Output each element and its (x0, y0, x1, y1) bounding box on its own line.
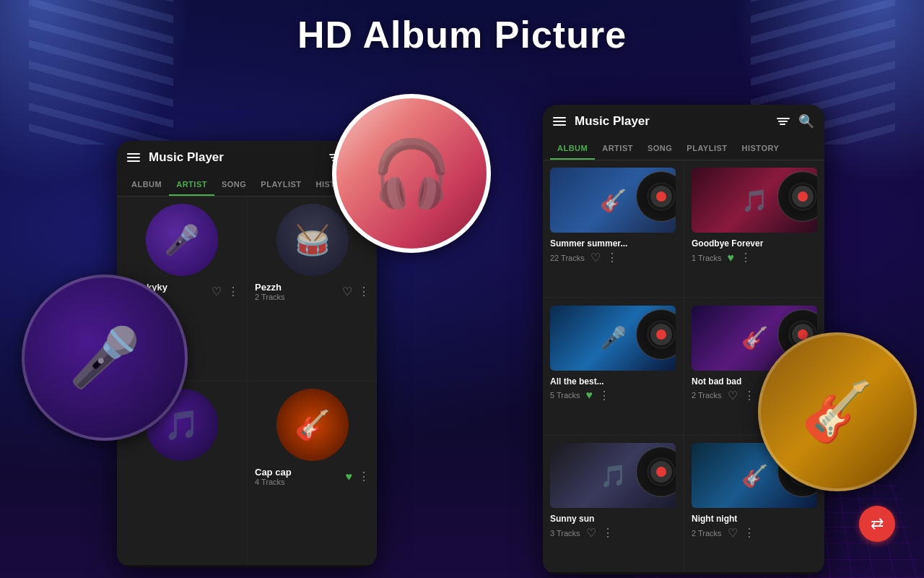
summer-art: 🎸 (550, 168, 676, 233)
goodbye-tracks: 1 Tracks (692, 254, 722, 262)
album-card-allbest[interactable]: 🎤 All the best... 5 Tracks ♥ ⋮ (543, 298, 683, 435)
notbad-more-button[interactable]: ⋮ (744, 389, 755, 402)
right-search-button[interactable]: 🔍 (798, 113, 814, 129)
right-phone-title: Music Player (575, 114, 771, 129)
sunny-tracks: 3 Tracks (550, 529, 580, 538)
tab-artist-right[interactable]: ARTIST (595, 138, 640, 160)
sunny-art: 🎵 (550, 443, 676, 508)
shuffle-icon: ⇄ (871, 514, 884, 533)
allbest-more-button[interactable]: ⋮ (598, 389, 610, 402)
sunny-like-button[interactable]: ♡ (586, 526, 596, 540)
goodbye-art: 🎵 (692, 168, 817, 233)
right-phone-tabs: ALBUM ARTIST SONG PLAYLIST HISTORY (543, 138, 824, 160)
tab-artist-left[interactable]: ARTIST (169, 174, 214, 196)
pezzh-more-button[interactable]: ⋮ (358, 285, 370, 298)
headphones-circle: 🎧 (332, 94, 491, 253)
goodbye-title: Goodbye Forever (692, 238, 817, 249)
summer-tracks: 22 Tracks (550, 254, 585, 262)
allbest-art: 🎤 (550, 306, 676, 371)
cap-like-button[interactable]: ♥ (346, 470, 353, 483)
summer-more-button[interactable]: ⋮ (606, 251, 618, 264)
right-phone: Music Player 🔍 ALBUM ARTIST SONG PLAYLIS… (543, 105, 824, 574)
sneakyky-more-button[interactable]: ⋮ (227, 285, 239, 298)
allbest-like-button[interactable]: ♥ (586, 389, 593, 402)
allbest-title: All the best... (550, 376, 676, 387)
summer-like-button[interactable]: ♡ (590, 251, 601, 264)
notbad-like-button[interactable]: ♡ (728, 389, 738, 402)
right-phone-header-icons: 🔍 (777, 113, 814, 129)
album-card-sunny[interactable]: 🎵 Sunny sun 3 Tracks ♡ ⋮ (543, 436, 683, 572)
tab-playlist-right[interactable]: PLAYLIST (679, 138, 734, 160)
tab-playlist-left[interactable]: PLAYLIST (253, 174, 308, 196)
right-hamburger-menu-button[interactable] (553, 117, 566, 126)
sneakyky-avatar: 🎤 (146, 204, 218, 276)
artist-card-cap[interactable]: 🎸 Cap cap 4 Tracks ♥ ⋮ (248, 381, 377, 565)
left-phone-title: Music Player (149, 150, 323, 165)
hamburger-menu-button[interactable] (127, 153, 140, 162)
cap-tracks: 4 Tracks (255, 478, 292, 486)
sneakyky-like-button[interactable]: ♡ (212, 285, 222, 298)
album-card-goodbye[interactable]: 🎵 Goodbye Forever 1 Tracks ♥ ⋮ (684, 160, 824, 297)
guitarist-icon: 🎸 (801, 378, 873, 446)
tab-album-left[interactable]: ALBUM (124, 174, 169, 196)
pezzh-tracks: 2 Tracks (255, 293, 285, 301)
summer-title: Summer summer... (550, 238, 676, 249)
sunny-title: Sunny sun (550, 514, 676, 524)
night-like-button[interactable]: ♡ (728, 526, 738, 540)
pezzh-avatar: 🥁 (276, 204, 349, 276)
tab-history-right[interactable]: HISTORY (735, 138, 787, 160)
tab-album-right[interactable]: ALBUM (550, 138, 595, 160)
shuffle-button[interactable]: ⇄ (859, 506, 895, 542)
night-tracks: 2 Tracks (692, 529, 722, 538)
singer-icon: 🎤 (69, 324, 141, 392)
cap-more-button[interactable]: ⋮ (358, 470, 370, 483)
guitarist-circle: 🎸 (758, 332, 917, 491)
right-filter-button[interactable] (777, 118, 790, 125)
cap-name: Cap cap (255, 467, 292, 478)
tab-song-left[interactable]: SONG (214, 174, 253, 196)
singer-circle: 🎤 (22, 275, 188, 441)
goodbye-like-button[interactable]: ♥ (728, 251, 735, 264)
goodbye-more-button[interactable]: ⋮ (740, 251, 751, 264)
headphones-icon: 🎧 (371, 136, 452, 212)
pezzh-like-button[interactable]: ♡ (342, 285, 352, 298)
album-card-summer[interactable]: 🎸 Summer summer... 22 Tracks ♡ ⋮ (543, 160, 683, 297)
tab-song-right[interactable]: SONG (640, 138, 679, 160)
night-more-button[interactable]: ⋮ (744, 526, 755, 540)
cap-avatar: 🎸 (276, 389, 349, 461)
sunny-more-button[interactable]: ⋮ (602, 526, 614, 540)
night-title: Night night (692, 514, 817, 524)
page-title: HD Album Picture (0, 13, 924, 56)
pezzh-name: Pezzh (255, 282, 285, 293)
notbad-tracks: 2 Tracks (692, 391, 722, 400)
allbest-tracks: 5 Tracks (550, 391, 580, 400)
right-phone-header: Music Player 🔍 (543, 105, 824, 138)
